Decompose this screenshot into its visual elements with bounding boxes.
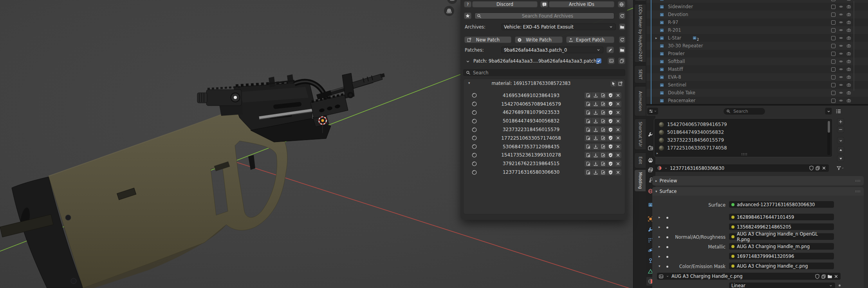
outliner-collection-row[interactable]: 30-30 Repeater [646,42,868,50]
download-button[interactable] [592,144,599,150]
verify-button[interactable] [607,160,614,167]
download-button[interactable] [592,160,599,167]
edit-button[interactable] [599,160,606,167]
exclude-checkbox[interactable] [831,28,836,32]
slots-scroll-thumb[interactable] [828,121,830,133]
sidebar-tab-partial[interactable] [634,0,646,2]
hide-eye-icon[interactable] [839,28,843,32]
texture-image-field[interactable]: AUG A3 Charging Handle_n OpenGL R.png [729,233,834,240]
material-row[interactable]: 4627689781079023533 [464,108,626,117]
expand-icon[interactable]: ▸ [659,254,660,258]
remove-button[interactable] [614,101,621,107]
verify-button[interactable] [607,109,614,115]
material-search-input[interactable] [463,69,625,76]
remove-button[interactable] [614,135,621,141]
disable-render-camera-icon[interactable] [846,12,851,17]
material-slot-row[interactable]: 17722510633057174058 [654,144,826,152]
texture-image-field[interactable]: 16971483799941320596 [729,253,834,259]
texture-image-field[interactable]: 1356824996214865205 [729,223,834,230]
discord-button[interactable]: Discord [472,1,538,7]
exclude-checkbox[interactable] [831,59,836,64]
hide-eye-icon[interactable] [839,83,843,87]
disable-render-camera-icon[interactable] [846,36,851,40]
edit-button[interactable] [599,135,606,141]
outliner-collection-row[interactable]: Softball [646,58,868,65]
open-patch-folder-button[interactable] [619,47,625,53]
sidebar-tab-animation[interactable]: Animation [634,86,646,116]
options-menu-icon[interactable] [836,108,841,114]
outliner-collection-row[interactable]: Peacemaker [646,97,868,104]
disable-render-camera-icon[interactable] [846,28,851,32]
material-slot-row[interactable]: 5018644749340056832 [654,128,826,136]
edit-button[interactable] [599,109,606,115]
exclude-checkbox[interactable] [831,20,836,25]
outliner-collection-row[interactable]: Devotion [646,11,868,18]
edit-button[interactable] [599,126,606,133]
edit-button[interactable] [599,144,606,150]
archive-ids-button[interactable]: Archive IDs [549,1,614,7]
grip-icon[interactable] [855,190,861,193]
exclude-checkbox[interactable] [831,75,836,79]
folder-icon[interactable] [827,274,832,279]
outliner-collection-row[interactable]: Double Take [646,89,868,97]
open-blend-button[interactable] [585,101,592,107]
verify-button[interactable] [607,135,614,141]
verify-button[interactable] [607,152,614,158]
exclude-checkbox[interactable] [831,67,836,72]
edit-button[interactable] [599,169,606,175]
disable-render-camera-icon[interactable] [846,59,851,64]
material-row[interactable]: 3237322318456015579 [464,125,626,134]
help-button[interactable] [464,1,471,7]
slot-move-up-button[interactable] [837,146,844,153]
edit-button[interactable] [599,118,606,124]
interpolation-dropdown[interactable]: Linear [729,283,835,288]
remove-button[interactable] [614,109,621,115]
exclude-checkbox[interactable] [831,99,836,103]
collapse-icon[interactable]: ▾ [468,81,470,85]
open-blend-button[interactable] [585,144,592,150]
hide-eye-icon[interactable] [839,12,843,17]
disable-render-camera-icon[interactable] [846,0,851,1]
disable-render-camera-icon[interactable] [846,4,851,9]
disable-render-camera-icon[interactable] [846,75,851,79]
copy-datablock-icon[interactable] [821,274,826,279]
refresh-archives-button[interactable] [619,13,625,19]
animate-dot-icon[interactable] [839,284,841,286]
hide-eye-icon[interactable] [839,4,843,9]
download-button[interactable] [592,126,599,133]
verify-button[interactable] [607,144,614,150]
material-slot-row[interactable]: 3237322318456015579 [654,136,826,144]
download-button[interactable] [592,101,599,107]
verify-button[interactable] [607,101,614,107]
filter-funnel-button[interactable] [835,164,845,172]
texture-image-field[interactable]: 16289846176447101459 [729,214,834,220]
remove-button[interactable] [614,152,621,158]
hide-eye-icon[interactable] [839,43,843,48]
open-blend-button[interactable] [585,92,592,99]
unlink-icon[interactable] [821,166,826,171]
download-button[interactable] [592,169,599,175]
editor-type-selector[interactable] [647,108,658,115]
exclude-checkbox[interactable] [831,36,836,40]
sidebar-tab-modding[interactable]: Modding [634,169,646,192]
material-row[interactable]: 5018644749340056832 [464,117,626,125]
outliner-collection-row[interactable]: ▸ L-Star 2 [646,34,868,42]
disable-render-camera-icon[interactable] [846,90,851,95]
verify-button[interactable] [607,118,614,124]
fake-user-shield-icon[interactable] [809,166,814,171]
expand-icon[interactable]: ▸ [655,36,657,40]
download-button[interactable] [592,92,599,99]
tab-output-icon[interactable] [648,157,653,163]
add-slot-button[interactable] [837,118,844,125]
disable-render-camera-icon[interactable] [846,43,851,48]
remove-button[interactable] [614,126,621,133]
exclude-checkbox[interactable] [831,44,836,48]
hide-eye-icon[interactable] [839,36,843,40]
new-patch-button[interactable]: New Patch [464,36,511,43]
edit-button[interactable] [599,152,606,158]
tab-render-icon[interactable] [648,145,653,151]
material-datablock-field[interactable]: 1237716316580306630 [655,164,829,172]
disable-render-camera-icon[interactable] [846,20,851,25]
edit-button[interactable] [599,92,606,99]
download-button[interactable] [592,135,599,141]
